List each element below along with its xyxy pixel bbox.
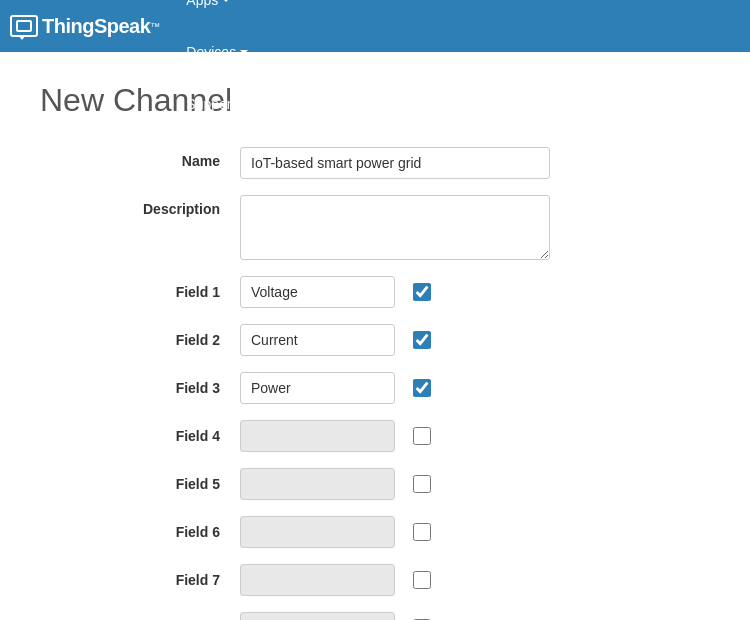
nav-item-support[interactable]: Support [170, 78, 273, 130]
dropdown-caret [239, 102, 247, 106]
field-input-1[interactable] [240, 276, 395, 308]
main-content: New Channel Name Description Field 1Fiel… [0, 52, 750, 620]
field-row: Field 6 [40, 516, 710, 548]
field-checkbox-wrapper [413, 475, 431, 493]
nav-label: Devices [186, 44, 236, 60]
field-label: Field 7 [40, 572, 240, 588]
dropdown-caret [240, 50, 248, 54]
field-checkbox-6[interactable] [413, 523, 431, 541]
field-checkbox-3[interactable] [413, 379, 431, 397]
fields-container: Field 1Field 2Field 3Field 4Field 5Field… [40, 276, 710, 620]
field-row: Field 1 [40, 276, 710, 308]
field-input-2[interactable] [240, 324, 395, 356]
field-checkbox-wrapper [413, 379, 431, 397]
field-checkbox-wrapper [413, 427, 431, 445]
field-input-5[interactable] [240, 468, 395, 500]
field-checkbox-4[interactable] [413, 427, 431, 445]
field-checkbox-wrapper [413, 523, 431, 541]
field-input-8[interactable] [240, 612, 395, 620]
field-checkbox-5[interactable] [413, 475, 431, 493]
field-label: Field 3 [40, 380, 240, 396]
field-row: Field 4 [40, 420, 710, 452]
field-checkbox-wrapper [413, 283, 431, 301]
nav-item-devices[interactable]: Devices [170, 26, 273, 78]
field-input-7[interactable] [240, 564, 395, 596]
field-label: Field 5 [40, 476, 240, 492]
navbar: ThingSpeak™ ChannelsAppsDevicesSupport [0, 0, 750, 52]
field-checkbox-2[interactable] [413, 331, 431, 349]
field-label: Field 2 [40, 332, 240, 348]
field-row: Field 5 [40, 468, 710, 500]
field-input-6[interactable] [240, 516, 395, 548]
description-input[interactable] [240, 195, 550, 260]
field-input-4[interactable] [240, 420, 395, 452]
field-row: Field 3 [40, 372, 710, 404]
name-input[interactable] [240, 147, 550, 179]
page-title: New Channel [40, 82, 710, 119]
brand-tm: ™ [150, 21, 160, 32]
brand-logo[interactable]: ThingSpeak™ [10, 15, 160, 38]
nav-label: Support [186, 96, 235, 112]
field-checkbox-wrapper [413, 571, 431, 589]
field-checkbox-wrapper [413, 331, 431, 349]
field-row: Field 7 [40, 564, 710, 596]
nav-menu: ChannelsAppsDevicesSupport [170, 0, 273, 130]
field-checkbox-1[interactable] [413, 283, 431, 301]
field-input-3[interactable] [240, 372, 395, 404]
field-label: Field 4 [40, 428, 240, 444]
nav-label: Apps [186, 0, 218, 8]
description-label: Description [40, 195, 240, 217]
dropdown-caret [222, 0, 230, 2]
brand-icon [10, 15, 38, 37]
field-row: Field 8 [40, 612, 710, 620]
field-label: Field 1 [40, 284, 240, 300]
nav-item-apps[interactable]: Apps [170, 0, 273, 26]
field-row: Field 2 [40, 324, 710, 356]
description-field-group: Description [40, 195, 710, 260]
name-label: Name [40, 147, 240, 169]
field-label: Field 6 [40, 524, 240, 540]
brand-name: ThingSpeak [42, 15, 150, 38]
name-field-group: Name [40, 147, 710, 179]
field-checkbox-7[interactable] [413, 571, 431, 589]
